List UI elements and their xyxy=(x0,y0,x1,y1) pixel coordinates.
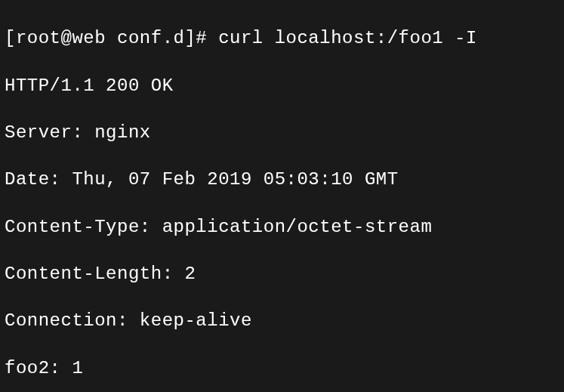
header-server-1: Server: nginx xyxy=(5,121,559,144)
header-connection-1: Connection: keep-alive xyxy=(5,309,559,332)
http-status-1: HTTP/1.1 200 OK xyxy=(5,74,559,97)
header-date-1: Date: Thu, 07 Feb 2019 05:03:10 GMT xyxy=(5,168,559,191)
header-content-type-1: Content-Type: application/octet-stream xyxy=(5,215,559,239)
header-content-length-1: Content-Length: 2 xyxy=(5,262,559,286)
terminal-output: [root@web conf.d]# curl localhost:/foo1 … xyxy=(5,3,559,392)
command-line-1: [root@web conf.d]# curl localhost:/foo1 … xyxy=(5,26,559,50)
header-foo2-1: foo2: 1 xyxy=(5,357,559,380)
